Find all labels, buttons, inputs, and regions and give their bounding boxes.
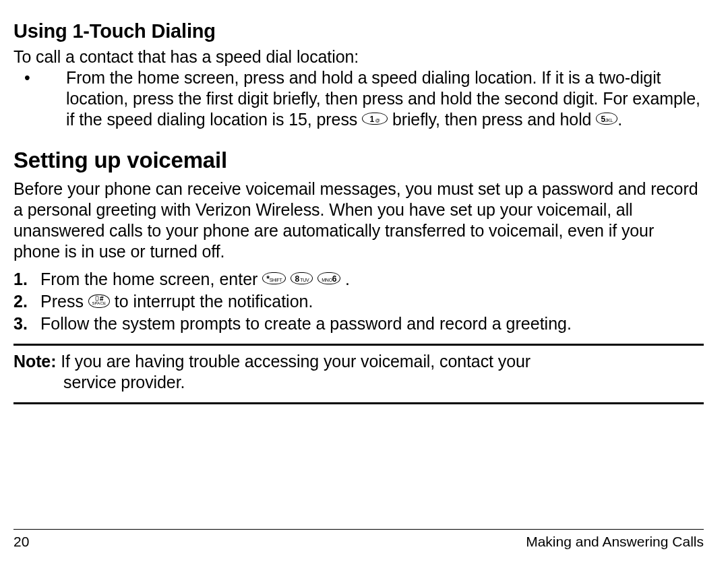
voicemail-steps: 1. From the home screen, enter *SHIFT 8 … <box>13 269 704 334</box>
step-2-body: Press # SPACE to interrupt the notificat… <box>40 291 704 312</box>
bullet-text-2: briefly, then press and hold <box>392 110 596 129</box>
step-1: 1. From the home screen, enter *SHIFT 8 … <box>13 269 704 290</box>
key-5-icon: 5JKL <box>596 113 617 125</box>
voicemail-para: Before your phone can receive voicemail … <box>13 179 704 262</box>
page-number: 20 <box>13 534 29 550</box>
step-3: 3. Follow the system prompts to create a… <box>13 313 704 334</box>
svg-rect-0 <box>96 296 98 301</box>
key-8-icon: 8 TUV <box>291 272 313 284</box>
note-rule-bottom <box>13 402 704 404</box>
one-touch-bullet-text: From the home screen, press and hold a s… <box>66 67 704 130</box>
note-rule-top <box>13 344 704 346</box>
bullet-marker: • <box>13 67 66 88</box>
step-1-body: From the home screen, enter *SHIFT 8 TUV… <box>40 269 704 290</box>
key-1-icon: 1 @ <box>362 113 388 125</box>
heading-voicemail: Setting up voicemail <box>13 148 704 173</box>
footer-rule <box>13 529 704 530</box>
key-space-icon: # SPACE <box>88 294 110 308</box>
bullet-text-3: . <box>617 110 622 129</box>
note-block: Note: If you are having trouble accessin… <box>13 351 704 393</box>
key-star-icon: *SHIFT <box>262 272 286 284</box>
note-line-2: service provider. <box>13 372 704 393</box>
step-1-number: 1. <box>13 269 40 290</box>
key-6-icon: MNO6 <box>317 272 340 284</box>
one-touch-intro: To call a contact that has a speed dial … <box>13 46 704 67</box>
step-1-before: From the home screen, enter <box>40 270 262 288</box>
step-3-number: 3. <box>13 313 40 334</box>
one-touch-bullets: • From the home screen, press and hold a… <box>13 67 704 130</box>
step-1-after: . <box>345 270 350 288</box>
step-3-body: Follow the system prompts to create a pa… <box>40 313 704 334</box>
step-2-after: to interrupt the notification. <box>115 292 313 311</box>
manual-page: Using 1-Touch Dialing To call a contact … <box>0 0 728 562</box>
page-footer: 20 Making and Answering Calls <box>13 529 704 550</box>
chapter-title: Making and Answering Calls <box>526 534 704 550</box>
note-line-1: Note: If you are having trouble accessin… <box>13 351 704 372</box>
step-2-number: 2. <box>13 291 40 312</box>
step-2: 2. Press # SPACE to interrupt the notifi… <box>13 291 704 312</box>
step-2-before: Press <box>40 292 88 311</box>
one-touch-bullet: • From the home screen, press and hold a… <box>13 67 704 130</box>
note-label: Note: <box>13 352 56 371</box>
note-rest-1: If you are having trouble accessing your… <box>56 352 530 371</box>
heading-one-touch: Using 1-Touch Dialing <box>13 20 704 42</box>
